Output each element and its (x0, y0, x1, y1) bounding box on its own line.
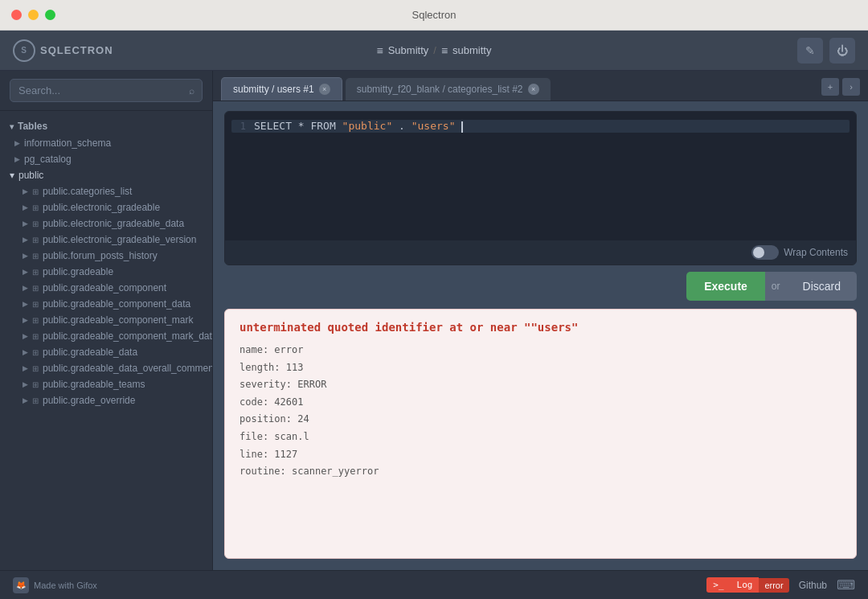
sidebar-item-gradeable-data[interactable]: ▶ ⊞ public.gradeable_data (0, 344, 212, 360)
sidebar-item-information-schema[interactable]: ▶ information_schema (0, 135, 212, 151)
header-actions: ✎ ⏻ (694, 38, 855, 64)
item-label: public.electronic_gradeable (43, 202, 160, 213)
window-controls (11, 10, 55, 20)
tables-label: Tables (18, 121, 47, 132)
gifox-label: Made with Gifox (34, 581, 97, 590)
db2-icon: ≡ (441, 44, 448, 57)
search-input[interactable] (10, 79, 203, 102)
sidebar-item-gradeable-data-overall-comment[interactable]: ▶ ⊞ public.gradeable_data_overall_commen… (0, 360, 212, 376)
github-link[interactable]: Github (799, 580, 827, 591)
sql-schema: "public" (342, 120, 393, 132)
tables-header[interactable]: ▾ Tables (0, 117, 212, 135)
item-label: public (18, 170, 43, 181)
tab-label: submitty_f20_blank / categories_list #2 (357, 84, 523, 95)
item-label: public.gradeable_component_mark (43, 314, 193, 326)
maximize-button[interactable] (45, 10, 55, 20)
sidebar-item-categories-list[interactable]: ▶ ⊞ public.categories_list (0, 183, 212, 199)
disconnect-button[interactable]: ⏻ (829, 38, 855, 64)
sidebar-item-gradeable[interactable]: ▶ ⊞ public.gradeable (0, 264, 212, 280)
item-label: public.grade_override (43, 395, 135, 406)
table-icon: ⊞ (32, 380, 39, 389)
sidebar-item-public[interactable]: ▾ public (0, 167, 212, 183)
minimize-button[interactable] (28, 10, 39, 20)
keyboard-icon[interactable]: ⌨ (837, 577, 855, 593)
sidebar-item-forum-posts-history[interactable]: ▶ ⊞ public.forum_posts_history (0, 248, 212, 264)
table-icon: ⊞ (32, 332, 39, 341)
error-badge: error (759, 578, 788, 593)
sidebar-item-gradeable-teams[interactable]: ▶ ⊞ public.gradeable_teams (0, 376, 212, 392)
gifox-icon: 🦊 (13, 577, 29, 593)
item-label: information_schema (24, 137, 111, 149)
table-icon: ⊞ (32, 300, 39, 309)
sidebar-item-electronic-gradeable-data[interactable]: ▶ ⊞ public.electronic_gradeable_data (0, 215, 212, 232)
wrap-toggle-track[interactable] (751, 245, 779, 260)
line-code: SELECT * FROM "public" . "users" (254, 120, 463, 133)
wrap-label: Wrap Contents (784, 247, 848, 258)
table-icon: ⊞ (32, 203, 39, 212)
action-row: Execute or Discard (213, 272, 868, 309)
close-button[interactable] (11, 10, 22, 20)
tab-next-button[interactable]: › (842, 78, 860, 96)
expand-icon: ▶ (23, 236, 28, 244)
discard-button[interactable]: Discard (787, 272, 857, 301)
expand-icon: ▶ (14, 139, 20, 147)
sidebar-item-grade-override[interactable]: ▶ ⊞ public.grade_override (0, 392, 212, 408)
item-label: public.gradeable_component_data (43, 298, 190, 310)
sidebar-item-gradeable-component-data[interactable]: ▶ ⊞ public.gradeable_component_data (0, 296, 212, 312)
item-label: public.gradeable (43, 266, 113, 277)
tables-arrow-icon: ▾ (10, 122, 14, 131)
sidebar-item-gradeable-component-mark-data[interactable]: ▶ ⊞ public.gradeable_component_mark_data (0, 328, 212, 344)
sidebar-item-gradeable-component[interactable]: ▶ ⊞ public.gradeable_component (0, 280, 212, 296)
log-button[interactable]: >_ Log error (706, 577, 788, 593)
wrap-toggle-knob (753, 247, 764, 258)
item-label: public.electronic_gradeable_data (43, 218, 184, 229)
expand-icon: ▶ (23, 396, 28, 404)
main-layout: ⌕ ▾ Tables ▶ information_schema ▶ pg_cat… (0, 71, 868, 570)
edit-connection-button[interactable]: ✎ (797, 38, 823, 64)
tab-close-button[interactable]: × (528, 84, 539, 95)
table-icon: ⊞ (32, 348, 39, 357)
tab-add-button[interactable]: + (821, 78, 839, 96)
expand-icon: ▶ (14, 155, 20, 163)
sql-select-keyword: SELECT (254, 120, 292, 132)
tab-categories[interactable]: submitty_f20_blank / categories_list #2 … (346, 78, 551, 101)
sidebar-item-electronic-gradeable[interactable]: ▶ ⊞ public.electronic_gradeable (0, 199, 212, 215)
table-icon: ⊞ (32, 316, 39, 325)
editor-body[interactable]: 1 SELECT * FROM "public" . "users" (225, 112, 856, 240)
logo-icon: S (13, 39, 35, 62)
error-routine: routine: scanner_yyerror (240, 463, 841, 481)
wrap-contents-toggle: Wrap Contents (751, 245, 848, 260)
error-code: code: 42601 (240, 394, 841, 412)
tabs-bar: submitty / users #1 × submitty_f20_blank… (213, 71, 868, 101)
table-icon: ⊞ (32, 284, 39, 293)
db1-icon: ≡ (377, 44, 383, 57)
search-icon: ⌕ (189, 85, 194, 96)
item-label: public.gradeable_data (43, 347, 137, 358)
expand-icon: ▶ (23, 252, 28, 260)
tab-label: submitty / users #1 (233, 84, 314, 95)
item-label: public.categories_list (43, 186, 132, 197)
bottom-right: >_ Log error Github ⌨ (706, 577, 855, 593)
or-separator: or (765, 272, 787, 301)
table-icon: ⊞ (32, 236, 39, 244)
header-separator: / (433, 44, 436, 56)
sidebar-item-pg-catalog[interactable]: ▶ pg_catalog (0, 151, 212, 167)
sidebar-item-electronic-gradeable-version[interactable]: ▶ ⊞ public.electronic_gradeable_version (0, 232, 212, 248)
line-number: 1 (231, 121, 246, 132)
editor-line-1: 1 SELECT * FROM "public" . "users" (231, 120, 850, 133)
search-wrapper: ⌕ (10, 79, 203, 102)
table-icon: ⊞ (32, 268, 39, 277)
expand-icon: ▶ (23, 284, 28, 292)
expand-icon: ▶ (23, 203, 28, 211)
table-icon: ⊞ (32, 187, 39, 196)
sidebar-search-area: ⌕ (0, 71, 212, 111)
tabs-nav: + › (821, 78, 860, 101)
tab-users[interactable]: submitty / users #1 × (221, 77, 342, 101)
sidebar-item-gradeable-component-mark[interactable]: ▶ ⊞ public.gradeable_component_mark (0, 312, 212, 328)
expand-icon: ▶ (23, 316, 28, 324)
error-length: length: 113 (240, 359, 841, 377)
execute-button[interactable]: Execute (686, 272, 765, 301)
gifox-badge: 🦊 Made with Gifox (13, 577, 97, 593)
expand-icon: ▾ (10, 170, 14, 181)
tab-close-button[interactable]: × (319, 84, 330, 95)
